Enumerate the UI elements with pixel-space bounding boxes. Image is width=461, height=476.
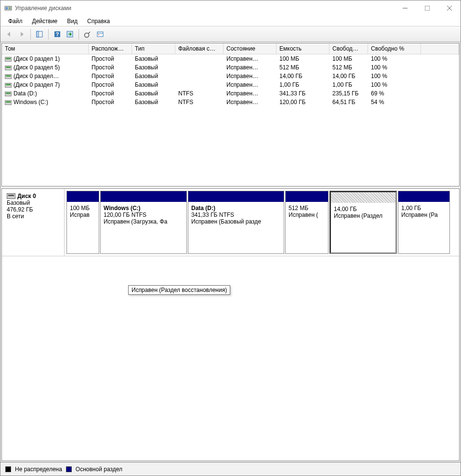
volume-status: Исправен… [224, 54, 277, 63]
col-type[interactable]: Тип [132, 43, 175, 54]
toolbar-separator [48, 29, 49, 40]
disk-info[interactable]: Диск 0 Базовый 476,92 ГБ В сети [2, 189, 65, 256]
col-volume[interactable]: Том [2, 43, 89, 54]
disk-row: Диск 0 Базовый 476,92 ГБ В сети 100 МБИс… [2, 189, 459, 256]
partition-header [331, 192, 395, 203]
partition-title: Data (D:) [191, 205, 281, 212]
col-layout[interactable]: Располож… [89, 43, 132, 54]
toolbar-separator [30, 29, 31, 40]
partition[interactable]: Windows (C:)120,00 ГБ NTFSИсправен (Загр… [100, 191, 187, 254]
volume-type: Базовый [132, 54, 175, 63]
volume-type: Базовый [132, 80, 175, 89]
partition[interactable]: 512 МБИсправен ( [285, 191, 329, 254]
partition[interactable]: Data (D:)341,33 ГБ NTFSИсправен (Базовый… [188, 191, 284, 254]
properties-button[interactable] [94, 28, 106, 40]
volume-capacity: 14,00 ГБ [277, 72, 329, 80]
partition[interactable]: 100 МБИсправ [66, 191, 99, 254]
volume-row[interactable]: (Диск 0 раздел 1)ПростойБазовыйИсправен…… [2, 54, 459, 63]
volume-row[interactable]: Data (D:)ПростойБазовыйNTFSИсправен…341,… [2, 89, 459, 98]
window-title: Управление дисками [15, 5, 394, 12]
partition-title: Windows (C:) [104, 205, 184, 212]
volume-fs [175, 63, 224, 72]
show-hide-tree-button[interactable] [34, 28, 45, 40]
col-free[interactable]: Свобод… [329, 43, 368, 54]
volume-layout: Простой [89, 54, 132, 63]
partition[interactable]: 14,00 ГБИсправен (Раздел [329, 191, 397, 254]
volume-capacity: 512 МБ [277, 63, 329, 72]
volume-name: (Диск 0 раздел 1) [13, 55, 60, 62]
svg-text:?: ? [56, 31, 59, 37]
graphical-view: Диск 0 Базовый 476,92 ГБ В сети 100 МБИс… [1, 188, 460, 461]
legend-unallocated: Не распределена [15, 466, 62, 473]
volume-icon [5, 57, 12, 62]
volume-type: Базовый [132, 72, 175, 80]
volume-fs: NTFS [175, 89, 224, 98]
svg-rect-2 [9, 7, 11, 9]
partition-header [188, 191, 284, 202]
legend: Не распределена Основной раздел [0, 462, 461, 476]
forward-button[interactable] [16, 28, 27, 40]
svg-point-16 [98, 34, 99, 35]
volume-free: 100 МБ [329, 54, 368, 63]
disk-type: Базовый [7, 199, 59, 206]
volume-row[interactable]: (Диск 0 раздел 5)ПростойБазовыйИсправен…… [2, 63, 459, 72]
maximize-button[interactable] [416, 0, 438, 16]
toolbar-separator [79, 29, 79, 40]
partition-status: Исправен (Загрузка, Фа [104, 218, 184, 225]
partition-size: 1,00 ГБ [401, 205, 447, 212]
close-button[interactable] [438, 0, 461, 16]
disk-name-label: Диск 0 [17, 193, 36, 199]
volume-free: 512 МБ [329, 63, 368, 72]
col-status[interactable]: Состояние [224, 43, 277, 54]
volume-fs [175, 72, 224, 80]
menu-file[interactable]: Файл [3, 17, 27, 26]
volume-header: Том Располож… Тип Файловая с… Состояние … [2, 43, 459, 54]
volume-row[interactable]: (Диск 0 раздел…ПростойБазовыйИсправен…14… [2, 72, 459, 80]
volume-free: 1,00 ГБ [329, 80, 368, 89]
col-freepct[interactable]: Свободно % [368, 43, 421, 54]
app-icon [4, 4, 12, 12]
partition-status: Исправен (Базовый разде [191, 218, 281, 225]
partition-status: Исправен (Ра [401, 212, 447, 218]
volume-capacity: 120,00 ГБ [277, 98, 329, 106]
volume-row[interactable]: Windows (C:)ПростойБазовыйNTFSИсправен…1… [2, 98, 459, 106]
svg-rect-14 [97, 32, 103, 37]
minimize-button[interactable] [394, 0, 416, 16]
svg-line-13 [88, 32, 90, 34]
volume-freepct: 100 % [368, 72, 421, 80]
volume-free: 235,15 ГБ [329, 89, 368, 98]
legend-primary: Основной раздел [76, 466, 122, 473]
partition-size: 512 МБ [289, 205, 325, 212]
partition-status: Исправен (Раздел [334, 212, 393, 219]
col-capacity[interactable]: Емкость [277, 43, 329, 54]
help-button[interactable]: ? [52, 28, 63, 40]
volume-list: Том Располож… Тип Файловая с… Состояние … [1, 43, 460, 186]
volume-type: Базовый [132, 98, 175, 106]
action-button[interactable] [64, 28, 76, 40]
col-filler [421, 43, 459, 54]
volume-capacity: 100 МБ [277, 54, 329, 63]
refresh-button[interactable] [82, 28, 93, 40]
volume-name: Data (D:) [13, 90, 37, 97]
svg-rect-8 [37, 31, 39, 37]
menu-action[interactable]: Действие [27, 17, 63, 26]
partition-status: Исправен ( [289, 212, 325, 218]
volume-row[interactable]: (Диск 0 раздел 7)ПростойБазовыйИсправен…… [2, 80, 459, 89]
partition-status: Исправ [70, 212, 96, 218]
col-fs[interactable]: Файловая с… [175, 43, 224, 54]
volume-icon [5, 83, 12, 88]
back-button[interactable] [3, 28, 15, 40]
menu-help[interactable]: Справка [82, 17, 115, 26]
volume-capacity: 341,33 ГБ [277, 89, 329, 98]
swatch-unallocated [5, 466, 11, 472]
partition-size: 120,00 ГБ NTFS [104, 212, 184, 218]
volume-fs [175, 80, 224, 89]
volume-layout: Простой [89, 63, 132, 72]
partition-container: 100 МБИсправWindows (C:)120,00 ГБ NTFSИс… [65, 189, 459, 256]
volume-body[interactable]: (Диск 0 раздел 1)ПростойБазовыйИсправен…… [2, 54, 459, 186]
volume-status: Исправен… [224, 72, 277, 80]
volume-name: (Диск 0 раздел 5) [13, 64, 60, 71]
partition[interactable]: 1,00 ГБИсправен (Ра [398, 191, 450, 254]
partition-header [67, 191, 99, 202]
menu-view[interactable]: Вид [62, 17, 82, 26]
